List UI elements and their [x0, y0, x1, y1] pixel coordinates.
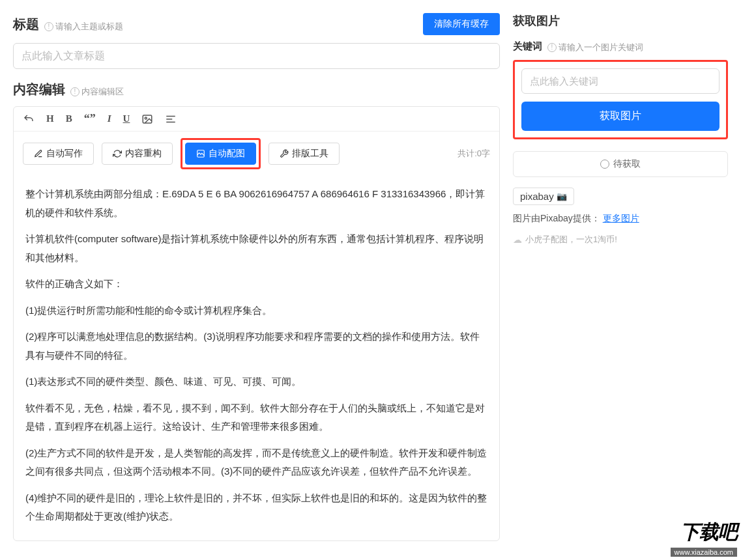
- more-images-link[interactable]: 更多图片: [603, 213, 639, 223]
- editor-paragraph: 计算机软件(computer software)是指计算机系统中除硬件以外的所有…: [25, 230, 487, 267]
- italic-icon[interactable]: I: [108, 113, 111, 124]
- editor-hint: ! 内容编辑区: [70, 86, 124, 98]
- circle-icon: [600, 160, 609, 169]
- editor-paragraph: 整个计算机系统由两部分组成：E.69DA 5 E 6 BA 9062616964…: [25, 185, 487, 222]
- editor: H B “” I U 自动写作 内容重构: [13, 106, 500, 541]
- title-label: 标题: [13, 16, 39, 33]
- editor-paragraph: (1)提供运行时所需功能和性能的命令或计算机程序集合。: [25, 301, 487, 320]
- layout-tool-button[interactable]: 排版工具: [269, 143, 340, 165]
- info-icon: !: [44, 22, 53, 31]
- undo-icon[interactable]: [23, 113, 35, 125]
- keyword-label: 关键词: [513, 40, 542, 53]
- editor-paragraph: 软件的正确含义如下：: [25, 275, 487, 294]
- word-count: 共计:0字: [458, 148, 490, 160]
- editor-paragraph: (1)表达形式不同的硬件类型、颜色、味道、可见、可摸、可闻。: [25, 372, 487, 391]
- restructure-button[interactable]: 内容重构: [102, 143, 173, 165]
- keyword-input[interactable]: [521, 68, 719, 94]
- keyword-hint: ! 请输入一个图片关键词: [547, 42, 643, 53]
- cloud-icon: ☁: [513, 234, 522, 245]
- auto-write-button[interactable]: 自动写作: [23, 143, 94, 165]
- pending-status: 待获取: [513, 151, 728, 177]
- pixabay-badge: pixabay 📷: [513, 188, 574, 205]
- editor-label: 内容编辑: [13, 81, 65, 98]
- article-title-input[interactable]: [13, 43, 500, 69]
- auto-image-highlight: 自动配图: [181, 138, 261, 169]
- editor-paragraph: (4)维护不同的硬件是旧的，理论上软件是旧的，并不坏，但实际上软件也是旧的和坏的…: [25, 489, 487, 526]
- editor-paragraph: (2)生产方式不同的软件是开发，是人类智能的高发挥，而不是传统意义上的硬件制造。…: [25, 444, 487, 481]
- editor-header: 内容编辑 ! 内容编辑区: [13, 81, 500, 98]
- format-toolbar: H B “” I U: [14, 107, 499, 132]
- note-line: ☁ 小虎子配图，一次1淘币!: [513, 234, 728, 245]
- bold-icon[interactable]: B: [66, 113, 72, 124]
- info-icon: !: [70, 87, 80, 96]
- action-toolbar: 自动写作 内容重构 自动配图 排版工具 共计:0字: [14, 132, 499, 176]
- editor-paragraph: (2)程序可以满意地处理信息的数据结构。(3)说明程序功能要求和程序需要的文档的…: [25, 328, 487, 365]
- keyword-highlight-box: 获取图片: [513, 60, 728, 139]
- image-icon[interactable]: [141, 113, 153, 125]
- editor-paragraph: 软件看不见，无色，枯燥，看不见，摸不到，闻不到。软件大部分存在于人们的头脑或纸上…: [25, 399, 487, 436]
- clear-cache-button[interactable]: 清除所有缓存: [423, 13, 500, 35]
- underline-icon[interactable]: U: [123, 113, 130, 124]
- fetch-image-button[interactable]: 获取图片: [521, 102, 719, 131]
- title-header: 标题 ! 请输入主题或标题 清除所有缓存: [13, 13, 500, 35]
- image-panel-title: 获取图片: [513, 13, 728, 29]
- align-icon[interactable]: [165, 113, 177, 125]
- svg-point-1: [145, 117, 147, 119]
- quote-icon[interactable]: “”: [84, 112, 96, 126]
- camera-icon: 📷: [557, 191, 567, 201]
- auto-image-button[interactable]: 自动配图: [185, 143, 256, 165]
- info-icon: !: [547, 43, 557, 52]
- title-hint: ! 请输入主题或标题: [44, 21, 123, 33]
- editor-body[interactable]: 整个计算机系统由两部分组成：E.69DA 5 E 6 BA 9062616964…: [14, 176, 499, 540]
- heading-icon[interactable]: H: [46, 113, 54, 124]
- provider-line: 图片由Pixabay提供： 更多图片: [513, 213, 728, 225]
